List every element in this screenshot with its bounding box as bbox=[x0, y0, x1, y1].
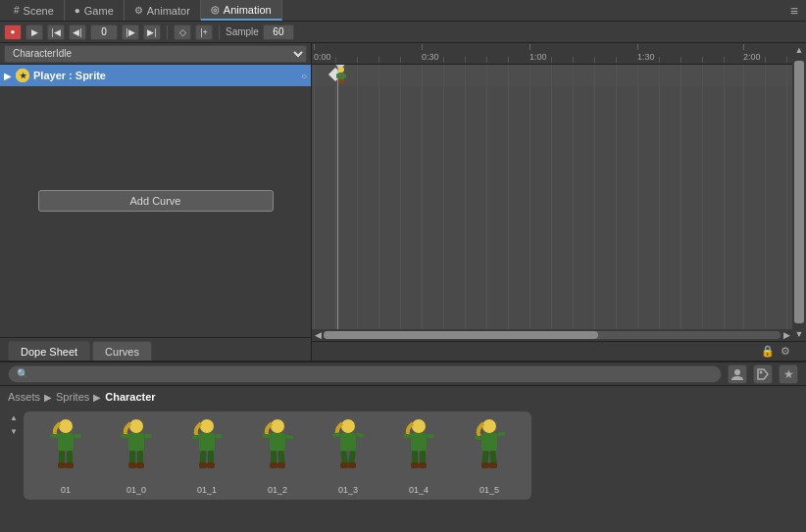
tab-game[interactable]: ● Game bbox=[65, 0, 125, 21]
svg-rect-52 bbox=[403, 434, 411, 438]
assets-grid: ▲ ▼ bbox=[0, 408, 806, 532]
tab-scene-label: Scene bbox=[24, 5, 54, 17]
svg-point-34 bbox=[271, 419, 284, 433]
svg-rect-40 bbox=[270, 462, 277, 468]
svg-rect-20 bbox=[121, 434, 128, 438]
track-player-sprite[interactable]: ▶ ★ Player : Sprite ○ bbox=[0, 65, 311, 86]
svg-rect-54 bbox=[412, 451, 418, 464]
scroll-right-button[interactable]: ▶ bbox=[781, 329, 792, 341]
record-timeline-icon[interactable]: ⚙ bbox=[781, 345, 790, 358]
tab-curves[interactable]: Curves bbox=[92, 341, 152, 361]
controls-row: ● ▶ |◀ ◀| |▶ ▶| ◇ |+ Sample bbox=[0, 22, 806, 43]
play-button[interactable]: ▶ bbox=[25, 24, 43, 40]
clip-row: CharacterIdle bbox=[0, 43, 311, 65]
people-icon bbox=[730, 367, 744, 381]
asset-thumb-01_0 bbox=[107, 417, 166, 481]
list-item[interactable]: 01_0 bbox=[102, 417, 171, 495]
grid-lines bbox=[312, 65, 792, 329]
search-input[interactable] bbox=[32, 368, 713, 379]
svg-point-50 bbox=[412, 419, 426, 433]
add-curve-button[interactable]: Add Curve bbox=[38, 190, 274, 212]
browser-action-star[interactable]: ★ bbox=[779, 364, 798, 384]
h-scrollbar-thumb[interactable] bbox=[324, 331, 598, 339]
separator-1 bbox=[167, 25, 168, 39]
svg-rect-59 bbox=[481, 433, 497, 451]
project-browser: 🔍 ★ Assets ▶ Sprite bbox=[0, 361, 806, 532]
svg-rect-51 bbox=[411, 433, 427, 451]
svg-rect-35 bbox=[270, 433, 285, 451]
timeline-main: 0:00 0:30 1:00 bbox=[312, 43, 792, 341]
skip-start-button[interactable]: |◀ bbox=[47, 24, 65, 40]
asset-label: 01_3 bbox=[338, 485, 358, 495]
list-item[interactable]: 01 bbox=[31, 417, 100, 495]
tab-animation[interactable]: ◎ Animation bbox=[201, 0, 282, 21]
asset-thumb-01_1 bbox=[177, 417, 236, 481]
svg-rect-11 bbox=[58, 433, 74, 451]
svg-rect-65 bbox=[489, 462, 497, 468]
scroll-left-button[interactable]: ◀ bbox=[312, 329, 324, 341]
v-scrollbar-thumb[interactable] bbox=[794, 61, 804, 323]
list-item[interactable]: 01_4 bbox=[384, 417, 453, 495]
strip-scroll-up[interactable]: ▲ bbox=[8, 411, 20, 423]
separator-2 bbox=[219, 25, 220, 39]
asset-label: 01_2 bbox=[268, 485, 287, 495]
tab-animator[interactable]: ⚙ Animator bbox=[125, 0, 201, 21]
step-back-icon: ◀| bbox=[73, 27, 81, 37]
svg-rect-32 bbox=[199, 462, 207, 468]
ruler-mark-100: 1:00 bbox=[529, 44, 547, 62]
tab-scene[interactable]: # Scene bbox=[4, 0, 65, 21]
list-item[interactable]: 01_5 bbox=[455, 417, 524, 495]
star-icon: ★ bbox=[783, 367, 794, 381]
breadcrumb-assets[interactable]: Assets bbox=[8, 391, 40, 403]
sample-input[interactable] bbox=[263, 24, 294, 40]
step-back-button[interactable]: ◀| bbox=[69, 24, 86, 40]
tab-menu-button[interactable]: ≡ bbox=[786, 3, 802, 19]
strip-scroll-down[interactable]: ▼ bbox=[8, 425, 20, 437]
svg-rect-29 bbox=[215, 434, 223, 438]
asset-label: 01_4 bbox=[409, 485, 428, 495]
skip-start-icon: |◀ bbox=[51, 27, 60, 37]
step-fwd-button[interactable]: |▶ bbox=[122, 24, 139, 40]
lock-icon[interactable]: 🔒 bbox=[761, 345, 775, 358]
char-sprite-01_3 bbox=[325, 418, 372, 479]
record-button[interactable]: ● bbox=[4, 24, 22, 40]
search-icon: 🔍 bbox=[17, 368, 28, 379]
svg-rect-15 bbox=[67, 451, 73, 464]
svg-rect-64 bbox=[481, 462, 489, 468]
animation-icon: ◎ bbox=[211, 4, 220, 15]
breadcrumb-sprites[interactable]: Sprites bbox=[56, 391, 89, 403]
scroll-up-button[interactable]: ▲ bbox=[792, 43, 806, 57]
lock-row: 🔒 ⚙ bbox=[312, 341, 806, 361]
list-item[interactable]: 01_3 bbox=[314, 417, 382, 495]
ruler-mark-30: 0:30 bbox=[422, 44, 439, 62]
event-button[interactable]: |+ bbox=[195, 24, 213, 40]
asset-label: 01_1 bbox=[197, 485, 217, 495]
svg-point-10 bbox=[59, 419, 73, 433]
h-scrollbar-track[interactable] bbox=[324, 331, 781, 339]
svg-rect-6 bbox=[338, 79, 341, 83]
frame-input[interactable] bbox=[90, 24, 118, 40]
clip-select[interactable]: CharacterIdle bbox=[4, 45, 307, 63]
list-item[interactable]: 01_1 bbox=[173, 417, 241, 495]
asset-thumb-01_3 bbox=[319, 417, 378, 481]
svg-rect-31 bbox=[208, 451, 214, 464]
track-label: Player : Sprite bbox=[33, 70, 297, 81]
svg-rect-24 bbox=[128, 462, 136, 468]
list-item[interactable]: 01_2 bbox=[243, 417, 312, 495]
add-curve-area: Add Curve bbox=[0, 174, 311, 227]
timeline-tracks[interactable] bbox=[312, 65, 792, 329]
skip-end-button[interactable]: ▶| bbox=[143, 24, 161, 40]
track-settings-icon[interactable]: ○ bbox=[301, 71, 307, 81]
tab-animation-label: Animation bbox=[224, 4, 272, 16]
v-scrollbar: ▲ ▼ bbox=[792, 43, 806, 341]
bottom-tabs-row: Dope Sheet Curves bbox=[0, 337, 311, 361]
svg-rect-25 bbox=[136, 462, 144, 468]
char-sprite-01_2 bbox=[254, 418, 301, 479]
track-row-bg bbox=[312, 65, 792, 86]
keyframe-button[interactable]: ◇ bbox=[174, 24, 191, 40]
browser-action-people[interactable] bbox=[728, 364, 747, 384]
scroll-down-button[interactable]: ▼ bbox=[792, 327, 806, 341]
svg-text:★: ★ bbox=[20, 72, 27, 80]
browser-action-tag[interactable] bbox=[753, 364, 773, 384]
tab-dope-sheet[interactable]: Dope Sheet bbox=[8, 341, 90, 361]
